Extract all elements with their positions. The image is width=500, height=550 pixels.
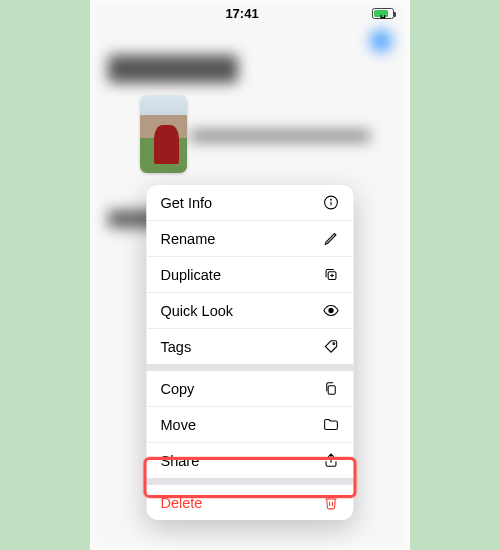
menu-label: Move bbox=[161, 417, 196, 433]
menu-label: Copy bbox=[161, 381, 195, 397]
menu-copy[interactable]: Copy bbox=[147, 371, 354, 407]
duplicate-icon bbox=[323, 266, 340, 283]
trash-icon bbox=[323, 494, 340, 511]
menu-label: Quick Look bbox=[161, 303, 234, 319]
menu-move[interactable]: Move bbox=[147, 407, 354, 443]
menu-delete[interactable]: Delete bbox=[147, 485, 354, 520]
folder-icon bbox=[323, 416, 340, 433]
menu-get-info[interactable]: Get Info bbox=[147, 185, 354, 221]
status-time: 17:41 bbox=[225, 6, 258, 21]
tag-icon bbox=[323, 338, 340, 355]
menu-label: Tags bbox=[161, 339, 192, 355]
menu-label: Duplicate bbox=[161, 267, 221, 283]
status-bar: 17:41 ␣ bbox=[90, 0, 410, 22]
phone-screen: 17:41 ␣ Get Info Rename Duplicate bbox=[90, 0, 410, 550]
svg-rect-8 bbox=[328, 386, 335, 395]
copy-icon bbox=[323, 380, 340, 397]
svg-point-2 bbox=[331, 199, 332, 200]
info-icon bbox=[323, 194, 340, 211]
menu-share[interactable]: Share bbox=[147, 443, 354, 478]
menu-rename[interactable]: Rename bbox=[147, 221, 354, 257]
menu-label: Delete bbox=[161, 495, 203, 511]
battery-icon: ␣ bbox=[372, 8, 394, 19]
pencil-icon bbox=[323, 230, 340, 247]
share-icon bbox=[323, 452, 340, 469]
context-menu: Get Info Rename Duplicate Quick Look Tag… bbox=[147, 185, 354, 520]
svg-point-6 bbox=[329, 308, 333, 312]
menu-label: Rename bbox=[161, 231, 216, 247]
svg-point-7 bbox=[333, 343, 335, 345]
menu-label: Share bbox=[161, 453, 200, 469]
menu-quick-look[interactable]: Quick Look bbox=[147, 293, 354, 329]
menu-label: Get Info bbox=[161, 195, 213, 211]
menu-tags[interactable]: Tags bbox=[147, 329, 354, 364]
file-thumbnail[interactable] bbox=[140, 95, 187, 173]
eye-icon bbox=[323, 302, 340, 319]
menu-duplicate[interactable]: Duplicate bbox=[147, 257, 354, 293]
